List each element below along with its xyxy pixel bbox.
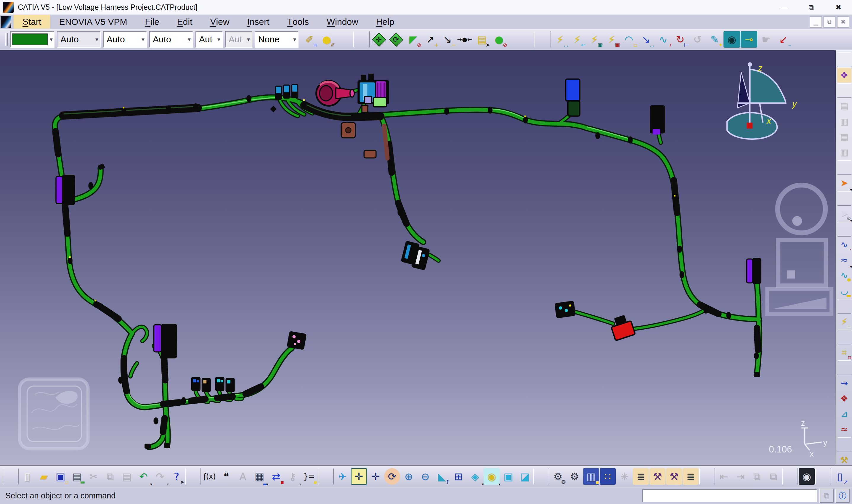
layer-dropdown[interactable]: None▾ [255,31,298,48]
power-input-field[interactable] [642,489,817,502]
mdi-minimize-button[interactable]: ▁ [810,16,822,28]
toolbar-grip[interactable] [837,329,851,344]
span-analysis-icon[interactable]: ⊿ [837,407,851,421]
import-box-icon[interactable]: ▯↗ [832,468,848,485]
multi-view-icon[interactable]: ⊞ [450,468,467,485]
smart-pick-icon[interactable]: ➤⚙▾ [837,206,851,221]
burst-disabled-icon[interactable]: ✳ [616,468,632,485]
magnifier-off-icon[interactable]: ●⊘ [491,31,507,48]
swap-visible-space-icon[interactable]: ◪ [517,468,533,485]
equivalent-dimensions-icon[interactable]: }=▪ [301,468,317,485]
doc-window-button[interactable]: ⧉ [819,489,834,503]
menu-view[interactable]: View [201,15,238,29]
normal-view-icon[interactable]: ◣↑ [434,468,450,485]
print-icon[interactable]: ▤▬ [69,468,85,485]
menu-file[interactable]: File [136,15,168,29]
menu-edit[interactable]: Edit [168,15,201,29]
compass[interactable]: z y x [727,62,797,139]
toolbar-grip[interactable] [837,437,851,452]
harness-tool-2-icon[interactable]: ⚒ [666,468,682,485]
rotate-icon[interactable]: ⟳ [384,468,400,485]
context-help-icon[interactable]: ?➤ [168,468,184,485]
curve-route-icon[interactable]: ◠▫ [620,31,637,48]
route-in-new-bundle-icon[interactable]: ⚡▣ [586,31,603,48]
zoom-in-arrow-icon[interactable]: ↗+ [422,31,439,48]
save-icon[interactable]: ▣▫ [52,468,68,485]
toolbar-grip[interactable] [815,468,831,485]
menu-enovia-v5-vpm[interactable]: ENOVIA V5 VPM [50,15,136,29]
gear-icon[interactable]: ⚙ [566,468,582,485]
toolbar-grip[interactable] [837,299,851,313]
text-disabled-icon[interactable]: A [235,468,251,485]
gears-pair-icon[interactable]: ⚙⚙ [550,468,566,485]
harness-install-icon[interactable]: ❖ [837,391,851,406]
mdi-restore-button[interactable]: ⧉ [823,16,835,28]
board-chips-icon[interactable]: ∷ [600,468,616,485]
copy-disabled-icon[interactable]: ⧉ [102,468,118,485]
lock-disabled-icon[interactable]: ⚷▾ [285,468,301,485]
harness-flatten-icon[interactable]: ⚡▭ [837,314,851,329]
touch-pad-overlay[interactable] [20,379,88,449]
route-in-existing-bundle-icon[interactable]: ⚡▣ [603,31,620,48]
comment-icon[interactable]: ❝ [218,468,234,485]
harness-battery-2-icon[interactable]: ≣ [683,468,699,485]
document-disabled-4-icon[interactable]: ▥ [837,145,851,160]
document-disabled-2-icon[interactable]: ▥ [837,114,851,129]
fly-off-icon[interactable]: ◤⊘ [405,31,421,48]
menu-help[interactable]: Help [367,15,403,29]
toolbar-grip[interactable] [837,191,851,206]
menu-start[interactable]: Start [14,15,50,29]
skip-back-disabled-icon[interactable]: ⇤ [716,468,732,485]
toolbar-grip[interactable] [353,31,370,48]
fit-selection-icon[interactable]: →●← [456,31,473,48]
flashlight-icon[interactable]: ✎✦ [706,31,723,48]
route-arrow-icon[interactable]: ↙⌣ [775,31,792,48]
toolbar-grip[interactable] [185,468,201,485]
transfer-branch-icon[interactable]: ↻⊢ [672,31,689,48]
toolbar-grip[interactable] [534,31,551,48]
protective-covering-icon[interactable]: ◡▬ [837,283,851,298]
redo-disabled-icon[interactable]: ↷▾ [152,468,168,485]
iso-view-icon[interactable]: ◈▾ [467,468,483,485]
document-disabled-3-icon[interactable]: ▤ [837,129,851,144]
new-document-icon[interactable]: ▯ [19,468,35,485]
fill-color-dropdown[interactable]: ▾ [10,31,54,48]
camera-capture-icon[interactable]: ◉ [799,468,815,485]
thickness-dropdown[interactable]: Auto▾ [149,31,193,48]
spoon-tool-icon[interactable]: ⊸ [741,31,757,48]
update-route-disabled-icon[interactable]: ↺ [689,31,706,48]
minimize-button[interactable]: — [770,0,798,15]
harness-tool-1-icon[interactable]: ⚒ [649,468,666,485]
wire-route-icon[interactable]: ⇝ [837,376,851,391]
drop-route-icon[interactable]: ↘◡ [638,31,654,48]
toolbar-grip[interactable] [837,222,851,237]
bundle-adjust-icon[interactable]: ≈ [837,422,851,437]
grab-disabled-icon[interactable]: ☛ [758,31,775,48]
view-manipulators[interactable] [767,185,832,314]
branch-wire-icon[interactable]: ∿✱ [837,268,851,283]
bundle-segment-icon[interactable]: ∿· [837,237,851,252]
toolbar-grip[interactable] [837,360,851,375]
document-disabled-1-icon[interactable]: ▤ [837,98,851,113]
selection-list-icon[interactable]: ▤➤ [473,31,490,48]
route-selection-icon[interactable]: ⚡↩ [569,31,585,48]
info-button[interactable]: ⓘ [835,489,850,503]
electrical-workbench-icon[interactable]: ❖ [837,68,851,83]
formula-icon[interactable]: ƒ(x) [202,468,218,485]
harness-battery-icon[interactable]: ≣ [633,468,649,485]
multi-bundle-icon[interactable]: ≈▾ [837,253,851,267]
cut-disabled-icon[interactable]: ✂ [86,468,102,485]
electrical-network-icon[interactable]: ⌗▫ [837,345,851,360]
open-folder-icon[interactable]: ▰ [36,468,52,485]
close-button[interactable]: ✖ [825,0,852,15]
toolbar-grip[interactable] [837,160,851,175]
painter-icon[interactable]: ✐≋ [301,31,318,48]
menu-tools[interactable]: Tools [278,15,318,29]
select-arrow-icon[interactable]: ➤▾ [837,176,851,191]
transparency-dropdown[interactable]: Auto▾ [57,31,101,48]
3d-viewport[interactable]: z y x [0,50,836,465]
skip-forward-disabled-icon[interactable]: ⇥ [732,468,748,485]
fit-all-in-icon[interactable]: ✛ [351,468,367,485]
pan-view-icon[interactable]: ✛ [370,31,387,48]
route-definition-icon[interactable]: ⚡◡ [552,31,568,48]
